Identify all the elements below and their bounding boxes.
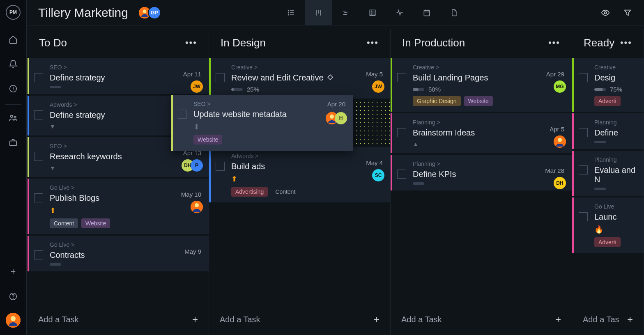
task-card[interactable]: Go Live >Publish Blogs⬆ContentWebsiteMay… (28, 179, 209, 234)
task-checkbox[interactable] (34, 110, 43, 119)
card-breadcrumb: Planning > (413, 119, 564, 126)
svg-rect-26 (424, 10, 429, 16)
briefcase-icon[interactable] (8, 138, 18, 147)
plus-icon[interactable]: + (192, 314, 198, 325)
card-breadcrumb: Go Live (594, 203, 636, 210)
card-date: Mar 28 (545, 167, 564, 174)
card-date: Apr 29 (546, 71, 564, 78)
tag[interactable]: Content (50, 218, 78, 228)
filter-icon[interactable] (623, 8, 632, 18)
card-title: Launc (594, 212, 636, 222)
column: To Do•••SEO >Define strategyApr 11JWAdwo… (28, 29, 209, 335)
board: To Do•••SEO >Define strategyApr 11JWAdwo… (27, 25, 644, 335)
home-icon[interactable] (8, 34, 18, 44)
card-date: May 4 (366, 159, 383, 166)
view-tab-calendar[interactable] (413, 0, 440, 25)
task-card[interactable]: Creative >Build Landing Pages50%Graphic … (391, 58, 572, 112)
current-user-avatar[interactable] (6, 313, 21, 328)
view-tab-pulse[interactable] (386, 0, 413, 25)
notifications-icon[interactable] (8, 59, 18, 69)
plus-icon[interactable]: + (627, 314, 633, 325)
task-checkbox[interactable] (397, 170, 406, 179)
task-checkbox[interactable] (34, 152, 43, 161)
task-checkbox[interactable] (178, 110, 187, 119)
card-assignees[interactable]: JW (194, 80, 203, 93)
card-assignees[interactable]: DHP (185, 159, 203, 172)
task-card[interactable]: Adwords >Build ads⬆AdvertisingContentMay… (209, 147, 390, 202)
tag[interactable]: Website (81, 218, 110, 228)
column-menu-icon[interactable]: ••• (185, 37, 197, 48)
tag[interactable]: Adverti (594, 96, 621, 106)
task-checkbox[interactable] (579, 165, 588, 174)
card-title: Update website metadata (193, 110, 345, 119)
view-tab-gantt[interactable] (332, 0, 359, 25)
visibility-icon[interactable] (600, 8, 610, 18)
column-menu-icon[interactable]: ••• (620, 37, 632, 48)
card-assignees[interactable] (194, 201, 203, 213)
add-task-button[interactable]: Add a Task+ (28, 308, 209, 331)
tag[interactable]: Content (271, 187, 299, 197)
task-checkbox[interactable] (579, 128, 588, 137)
card-date: Apr 20 (327, 101, 345, 108)
task-checkbox[interactable] (397, 128, 406, 137)
task-checkbox[interactable] (34, 250, 43, 259)
logo: PM (6, 5, 21, 20)
progress-empty (594, 188, 606, 190)
task-card[interactable]: CreativeDesig75%Adverti (572, 58, 644, 112)
task-checkbox[interactable] (216, 162, 225, 171)
task-checkbox[interactable] (579, 212, 588, 221)
tag[interactable]: Adverti (594, 237, 621, 247)
svg-point-5 (13, 298, 14, 298)
card-title: Publish Blogs (50, 193, 201, 203)
task-checkbox[interactable] (216, 73, 225, 82)
card-breadcrumb: Planning (594, 119, 636, 126)
tag[interactable]: Website (464, 96, 493, 106)
task-card[interactable]: SEO >Define strategyApr 11JW (28, 58, 209, 94)
card-assignees[interactable] (557, 135, 566, 148)
card-title: Review and Edit Creative (231, 73, 383, 83)
help-icon[interactable] (8, 291, 18, 301)
card-title: Evalua and N (594, 165, 636, 184)
card-assignees[interactable]: JW (375, 80, 384, 93)
add-task-button[interactable]: Add a Task+ (391, 308, 572, 331)
card-breadcrumb: Creative (594, 64, 636, 71)
view-tab-board[interactable] (305, 0, 332, 25)
card-title: Contracts (50, 250, 201, 260)
svg-point-9 (143, 9, 147, 13)
add-task-button[interactable]: Add a Tas+ (572, 308, 644, 331)
column-menu-icon[interactable]: ••• (367, 37, 379, 48)
tag[interactable]: Website (193, 135, 222, 145)
column: In Production•••Creative >Build Landing … (391, 29, 572, 335)
dragged-card[interactable]: SEO >Update website metadata⬇WebsiteApr … (171, 95, 353, 151)
team-avatars[interactable]: GP (138, 6, 161, 19)
clock-icon[interactable] (8, 84, 18, 94)
view-tab-doc[interactable] (440, 0, 467, 25)
tag[interactable]: Graphic Design (413, 96, 461, 106)
column-menu-icon[interactable]: ••• (548, 37, 560, 48)
view-tab-sheet[interactable] (359, 0, 386, 25)
column-title: Ready (584, 37, 614, 49)
card-assignees[interactable]: MG (557, 80, 566, 93)
task-card[interactable]: PlanningDefine (572, 113, 644, 149)
task-card[interactable]: Planning >Define KPIsMar 28DH (391, 155, 572, 190)
task-checkbox[interactable] (34, 193, 43, 202)
card-breadcrumb: Planning (594, 156, 636, 163)
add-task-button[interactable]: Add a Task+ (209, 308, 390, 331)
add-button[interactable]: + (8, 267, 18, 277)
plus-icon[interactable]: + (555, 314, 561, 325)
view-tab-list[interactable] (278, 0, 305, 25)
task-card[interactable]: PlanningEvalua and N (572, 151, 644, 196)
plus-icon[interactable]: + (374, 314, 380, 325)
task-checkbox[interactable] (579, 73, 588, 82)
card-assignees[interactable]: SC (375, 169, 384, 181)
task-card[interactable]: Go Live >ContractsMay 9 (28, 236, 209, 271)
tag[interactable]: Advertising (231, 187, 268, 197)
task-checkbox[interactable] (397, 73, 406, 82)
task-card[interactable]: Go LiveLaunc🔥Adverti (572, 197, 644, 253)
task-card[interactable]: Creative >Review and Edit Creative25%May… (209, 58, 390, 99)
card-assignees[interactable]: DH (557, 177, 566, 189)
team-icon[interactable] (8, 113, 18, 123)
task-card[interactable]: Planning >Brainstorm Ideas▲Apr 5 (391, 113, 572, 153)
task-checkbox[interactable] (34, 73, 43, 82)
card-assignees[interactable]: H (329, 112, 347, 124)
